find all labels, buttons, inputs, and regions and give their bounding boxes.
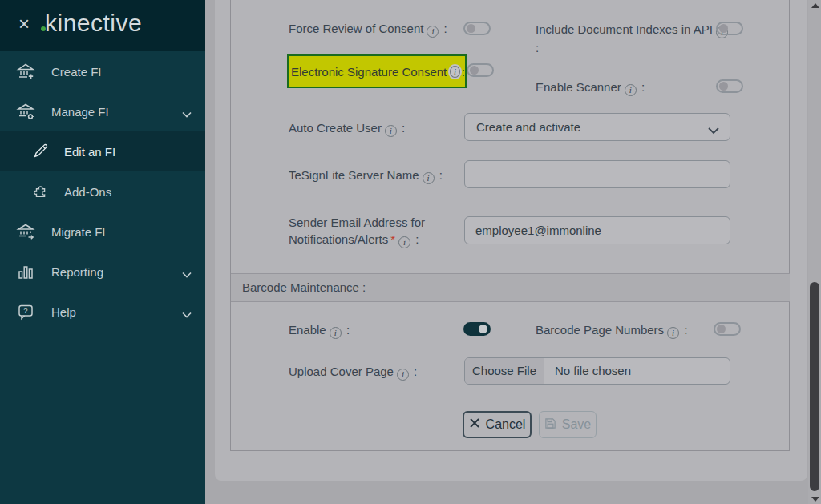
selected-value: Create and activate bbox=[476, 114, 580, 140]
info-icon[interactable]: i bbox=[385, 125, 397, 137]
upload-cover-file-input: Choose File No file chosen bbox=[464, 357, 730, 385]
toggle-knob bbox=[717, 325, 726, 333]
bar-chart-icon bbox=[16, 262, 35, 281]
tesignlite-label: TeSignLite Server Namei : bbox=[289, 168, 443, 184]
info-icon[interactable]: i bbox=[625, 84, 637, 96]
toggle-knob bbox=[467, 24, 475, 33]
scrollbar-thumb[interactable] bbox=[810, 282, 819, 491]
sidebar-item-label: Manage FI bbox=[51, 105, 109, 119]
info-icon[interactable]: i bbox=[398, 236, 410, 248]
esign-consent-highlight: Electronic Signature Consenti : bbox=[287, 54, 467, 88]
info-icon[interactable]: i bbox=[423, 172, 435, 184]
toggle-knob bbox=[479, 325, 487, 333]
info-icon[interactable]: i bbox=[397, 369, 409, 381]
sender-email-input[interactable] bbox=[464, 216, 730, 244]
sidebar-item-create-fi[interactable]: Create FI bbox=[0, 51, 205, 91]
info-icon[interactable]: i bbox=[450, 66, 460, 78]
esign-consent-label: Electronic Signature Consent bbox=[291, 65, 447, 79]
sender-email-label-line2: Notifications/Alerts*i : bbox=[289, 232, 419, 248]
app-root: × kinective Create FI Manage FI bbox=[0, 0, 821, 504]
save-button[interactable]: Save bbox=[539, 411, 597, 438]
info-icon[interactable]: i bbox=[427, 26, 439, 38]
tesignlite-input[interactable] bbox=[464, 160, 730, 188]
sidebar-item-add-ons[interactable]: Add-Ons bbox=[0, 171, 205, 212]
enable-scanner-label: Enable Scanneri : bbox=[536, 80, 645, 96]
force-review-toggle[interactable] bbox=[463, 22, 491, 35]
puzzle-icon bbox=[32, 182, 51, 201]
include-doc-indexes-label: Include Document Indexes in APIi bbox=[536, 22, 730, 38]
save-disk-icon bbox=[544, 417, 556, 433]
barcode-enable-label: Enablei : bbox=[289, 323, 350, 339]
sidebar-item-label: Migrate FI bbox=[51, 225, 106, 239]
upload-cover-page-label: Upload Cover Pagei : bbox=[289, 365, 417, 381]
sidebar-item-manage-fi[interactable]: Manage FI bbox=[0, 91, 205, 131]
auto-create-user-select[interactable]: Create and activate bbox=[464, 113, 730, 141]
scroll-down-icon[interactable] bbox=[811, 497, 819, 502]
logo-green-dot-icon bbox=[41, 26, 46, 31]
barcode-page-numbers-label: Barcode Page Numbersi : bbox=[536, 323, 687, 339]
choose-file-button[interactable]: Choose File bbox=[465, 358, 544, 384]
pencil-icon bbox=[32, 142, 51, 161]
sidebar-item-label: Create FI bbox=[51, 65, 102, 79]
file-status-text: No file chosen bbox=[555, 358, 631, 384]
sidebar-item-reporting[interactable]: Reporting bbox=[0, 252, 205, 292]
bank-arrow-icon bbox=[16, 222, 35, 241]
logo: kinective bbox=[45, 10, 142, 37]
toggle-knob bbox=[719, 24, 728, 33]
section-title: Barcode Maintenance : bbox=[242, 274, 366, 301]
close-icon bbox=[469, 417, 480, 432]
sender-email-label-line1: Sender Email Address for bbox=[289, 216, 425, 229]
sidebar-item-label: Reporting bbox=[51, 265, 103, 279]
sidebar-item-migrate-fi[interactable]: Migrate FI bbox=[0, 212, 205, 252]
svg-text:?: ? bbox=[23, 306, 27, 315]
esign-consent-toggle[interactable] bbox=[467, 63, 494, 77]
info-icon[interactable]: i bbox=[667, 327, 679, 339]
chevron-down-icon bbox=[181, 308, 192, 316]
sidebar: × kinective Create FI Manage FI bbox=[0, 0, 205, 504]
force-review-label: Force Review of Consenti : bbox=[289, 22, 447, 38]
required-asterisk: * bbox=[390, 232, 395, 246]
auto-create-user-label: Auto Create Useri : bbox=[289, 121, 405, 137]
scroll-up-icon[interactable] bbox=[811, 3, 819, 8]
barcode-enable-toggle[interactable] bbox=[463, 322, 491, 336]
sidebar-item-help[interactable]: ? Help bbox=[0, 292, 205, 332]
include-doc-indexes-toggle[interactable] bbox=[716, 22, 743, 35]
bank-gear-icon bbox=[16, 102, 35, 121]
enable-scanner-toggle[interactable] bbox=[716, 79, 743, 93]
sidebar-item-edit-an-fi[interactable]: Edit an FI bbox=[0, 131, 205, 171]
chevron-down-icon bbox=[181, 107, 192, 115]
sidebar-item-label: Edit an FI bbox=[64, 145, 115, 159]
close-icon[interactable]: × bbox=[14, 14, 34, 34]
chevron-down-icon bbox=[707, 123, 720, 131]
chevron-down-icon bbox=[181, 268, 192, 276]
toggle-knob bbox=[470, 66, 479, 75]
bank-plus-icon bbox=[16, 62, 35, 81]
toggle-knob bbox=[719, 82, 728, 91]
info-icon[interactable]: i bbox=[330, 327, 342, 339]
barcode-maintenance-section-header: Barcode Maintenance : bbox=[231, 273, 790, 302]
include-doc-indexes-colon: : bbox=[536, 41, 539, 54]
help-bubble-icon: ? bbox=[16, 302, 35, 321]
sidebar-item-label: Add-Ons bbox=[64, 185, 111, 199]
barcode-page-numbers-toggle[interactable] bbox=[714, 322, 741, 336]
sidebar-header: × kinective bbox=[0, 0, 205, 51]
sidebar-item-label: Help bbox=[51, 305, 76, 319]
cancel-button[interactable]: Cancel bbox=[463, 411, 532, 438]
